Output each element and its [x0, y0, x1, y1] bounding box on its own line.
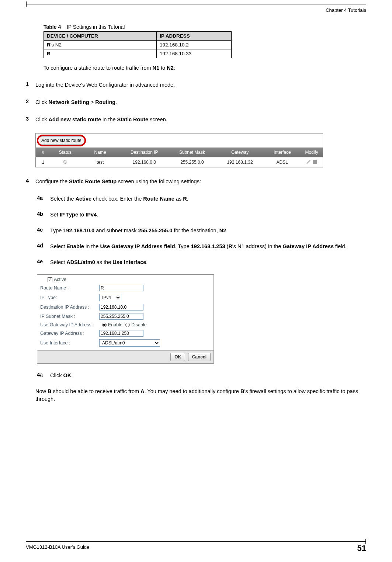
step-4d: 4d Select Enable in the Use Gateway IP A…: [37, 243, 366, 250]
footer-guide-title: VMG1312-B10A User's Guide: [26, 544, 89, 552]
gw-ip-input[interactable]: [99, 330, 143, 337]
chapter-label: Chapter 4 Tutorials: [26, 7, 366, 13]
static-route-list-screenshot: Add new static route # Status Name Desti…: [35, 133, 323, 167]
subnet-input[interactable]: [99, 313, 143, 320]
add-new-static-route-button[interactable]: Add new static route: [39, 136, 84, 145]
table-caption: Table 4 IP Settings in this Tutorial: [44, 24, 366, 30]
enable-radio[interactable]: [102, 323, 107, 327]
ok-button[interactable]: OK: [170, 353, 185, 361]
use-interface-select[interactable]: ADSL/atm0: [99, 339, 160, 347]
step-4a-ok: 4a Click OK.: [37, 372, 366, 379]
step-2: 2 Click Network Setting > Routing.: [26, 98, 366, 106]
static-route-setup-screenshot: ✓ Active Route Name : IP Type: IPv4: [37, 274, 214, 364]
status-bulb-icon[interactable]: [63, 160, 67, 164]
table-row: R's N2 192.168.10.2: [44, 41, 232, 49]
table-label: Table 4: [44, 24, 61, 30]
gw-ip-label: Gateway IP Address :: [40, 331, 99, 336]
active-label: Active: [54, 277, 66, 282]
step-1: 1 Log into the Device's Web Configurator…: [26, 81, 366, 89]
delete-icon[interactable]: [313, 160, 317, 164]
table-title: IP Settings in this Tutorial: [67, 24, 125, 30]
step-4a: 4a Select the Active check box. Enter th…: [37, 195, 366, 203]
dest-ip-label: Destination IP Address :: [40, 305, 99, 310]
step-4: 4 Configure the Static Route Setup scree…: [26, 178, 366, 185]
page-footer: VMG1312-B10A User's Guide 51: [26, 541, 366, 552]
ip-type-label: IP Type:: [40, 295, 99, 300]
active-row: ✓ Active: [40, 277, 211, 282]
col-device-header: DEVICE / COMPUTER: [44, 32, 157, 41]
intro-text: To configure a static route to route tra…: [44, 65, 366, 71]
step-3: 3 Click Add new static route in the Stat…: [26, 116, 366, 124]
dialog-button-bar: OK Cancel: [37, 350, 214, 363]
table-row: B 192.168.10.33: [44, 49, 232, 58]
route-table-header: # Status Name Destination IP Subnet Mask…: [36, 148, 323, 157]
ip-type-select[interactable]: IPv4: [99, 294, 121, 301]
edit-icon[interactable]: [306, 160, 311, 164]
disable-radio[interactable]: [125, 323, 130, 327]
route-table-row: 1 test 192.168.0.0 255.255.0.0 192.168.1…: [36, 157, 323, 167]
use-gw-label: Use Gateway IP Address :: [40, 322, 99, 327]
subnet-label: IP Subnet Mask :: [40, 314, 99, 319]
step-4b: 4b Set IP Type to IPv4.: [37, 211, 366, 219]
active-checkbox[interactable]: ✓: [48, 277, 52, 282]
highlight-ring-icon: [37, 135, 86, 146]
step-4e: 4e Select ADSL/atm0 as the Use Interface…: [37, 259, 366, 266]
col-ip-header: IP ADDRESS: [156, 32, 231, 41]
cancel-button[interactable]: Cancel: [188, 353, 211, 361]
route-name-input[interactable]: [99, 285, 143, 291]
use-if-label: Use Interface :: [40, 340, 99, 346]
page-number: 51: [357, 544, 366, 552]
route-name-label: Route Name :: [40, 285, 99, 291]
ip-settings-table: DEVICE / COMPUTER IP ADDRESS R's N2 192.…: [44, 31, 232, 58]
concluding-text: Now B should be able to receive traffic …: [35, 388, 366, 403]
dest-ip-input[interactable]: [99, 304, 143, 311]
step-4c: 4c Type 192.168.10.0 and subnet mask 255…: [37, 227, 366, 235]
